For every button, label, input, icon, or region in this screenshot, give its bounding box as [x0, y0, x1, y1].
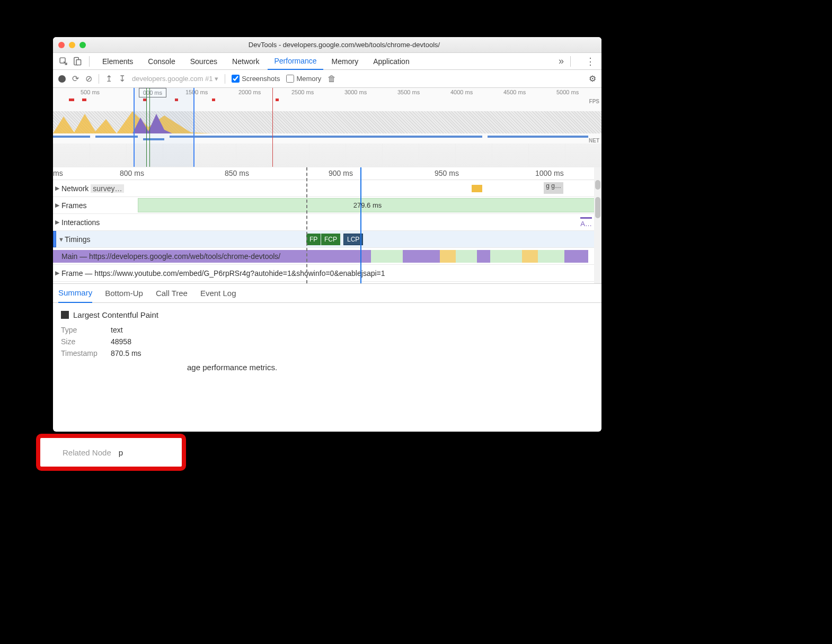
summary-timestamp: 870.5 ms: [111, 349, 141, 357]
window-title: DevTools - developers.google.com/web/too…: [92, 41, 596, 49]
track-frame[interactable]: ▶Frame — https://www.youtube.com/embed/G…: [53, 265, 601, 282]
profile-selector[interactable]: developers.google.com #1 ▾: [132, 75, 218, 83]
track-timings[interactable]: ▼Timings FP FCP LCP: [53, 231, 601, 248]
ov-tick: 3500 ms: [397, 89, 420, 95]
overview-window[interactable]: [134, 88, 194, 167]
summary-description-tail: age performance metrics.: [187, 363, 594, 372]
inspect-icon[interactable]: [57, 56, 69, 67]
tab-memory[interactable]: Memory: [325, 53, 365, 70]
tab-network[interactable]: Network: [226, 53, 265, 70]
flamechart-pane[interactable]: ms 800 ms 850 ms 900 ms 950 ms 1000 ms ▶…: [53, 167, 601, 284]
tab-performance[interactable]: Performance: [268, 53, 323, 70]
ov-tick: 4500 ms: [503, 89, 526, 95]
details-tabstrip: Summary Bottom-Up Call Tree Event Log: [53, 284, 601, 303]
zoom-icon[interactable]: [79, 42, 86, 48]
upload-icon[interactable]: ↥: [105, 74, 112, 84]
close-icon[interactable]: [58, 42, 65, 48]
trash-icon[interactable]: 🗑: [328, 74, 336, 84]
perf-toolbar: ⟳ ⊘ ↥ ↧ developers.google.com #1 ▾ Scree…: [53, 70, 601, 88]
summary-type: text: [111, 326, 123, 334]
playhead[interactable]: [360, 167, 361, 283]
frame-bar: 279.6 ms: [138, 198, 597, 212]
screenshots-checkbox[interactable]: Screenshots: [232, 75, 280, 83]
track-interactions[interactable]: ▶Interactions A…: [53, 214, 601, 231]
range-marker: [306, 167, 307, 283]
devtools-window: DevTools - developers.google.com/web/too…: [53, 37, 601, 432]
tab-call-tree[interactable]: Call Tree: [156, 289, 188, 298]
ov-tick: 3000 ms: [344, 89, 367, 95]
fp-marker[interactable]: FP: [306, 234, 321, 245]
titlebar: DevTools - developers.google.com/web/too…: [53, 37, 601, 53]
settings-icon[interactable]: ⚙: [589, 74, 596, 84]
tab-summary[interactable]: Summary: [58, 284, 92, 303]
annotation-highlight: Related Node p: [36, 434, 186, 471]
timings-bracket-icon: [53, 231, 56, 247]
memory-checkbox[interactable]: Memory: [286, 75, 321, 83]
track-main[interactable]: ▶Main — https://developers.google.com/we…: [53, 248, 601, 265]
detail-ruler: ms 800 ms 850 ms 900 ms 950 ms 1000 ms: [53, 167, 601, 180]
event-title: Largest Contentful Paint: [73, 310, 158, 319]
svg-rect-2: [76, 60, 81, 65]
summary-size: 48958: [111, 337, 131, 346]
summary-pane: Largest Contentful Paint Typetext Size48…: [53, 303, 601, 387]
tabs-overflow-icon[interactable]: »: [559, 56, 564, 67]
tab-event-log[interactable]: Event Log: [200, 289, 236, 298]
ov-tick: 2000 ms: [238, 89, 261, 95]
minimize-icon[interactable]: [69, 42, 75, 48]
clear-icon[interactable]: ⊘: [85, 74, 92, 84]
window-controls: [58, 42, 86, 48]
ov-tick: 4000 ms: [450, 89, 473, 95]
track-network[interactable]: ▶Network survey… g g…: [53, 180, 601, 197]
overview-pane[interactable]: 500 ms 1500 ms 2000 ms 2500 ms 3000 ms 3…: [53, 88, 601, 167]
device-toggle-icon[interactable]: [71, 56, 83, 67]
tab-elements[interactable]: Elements: [96, 53, 139, 70]
event-color-swatch: [61, 311, 69, 319]
detail-scrollbar[interactable]: [594, 167, 601, 283]
related-node-label: Related Node: [63, 448, 111, 457]
record-icon[interactable]: [58, 75, 66, 83]
tab-sources[interactable]: Sources: [184, 53, 224, 70]
ov-tick: 500 ms: [81, 89, 100, 95]
more-icon[interactable]: ⋮: [583, 56, 597, 67]
fcp-marker[interactable]: FCP: [321, 234, 340, 245]
download-icon[interactable]: ↧: [119, 74, 126, 84]
related-node-value[interactable]: p: [119, 448, 123, 457]
reload-icon[interactable]: ⟳: [72, 74, 79, 84]
ov-tick: 5000 ms: [556, 89, 579, 95]
main-tabstrip: Elements Console Sources Network Perform…: [53, 53, 601, 70]
tab-console[interactable]: Console: [141, 53, 181, 70]
tab-application[interactable]: Application: [367, 53, 416, 70]
ov-tick: 2500 ms: [291, 89, 314, 95]
track-frames[interactable]: ▶Frames 279.6 ms: [53, 197, 601, 214]
tab-bottom-up[interactable]: Bottom-Up: [105, 289, 143, 298]
